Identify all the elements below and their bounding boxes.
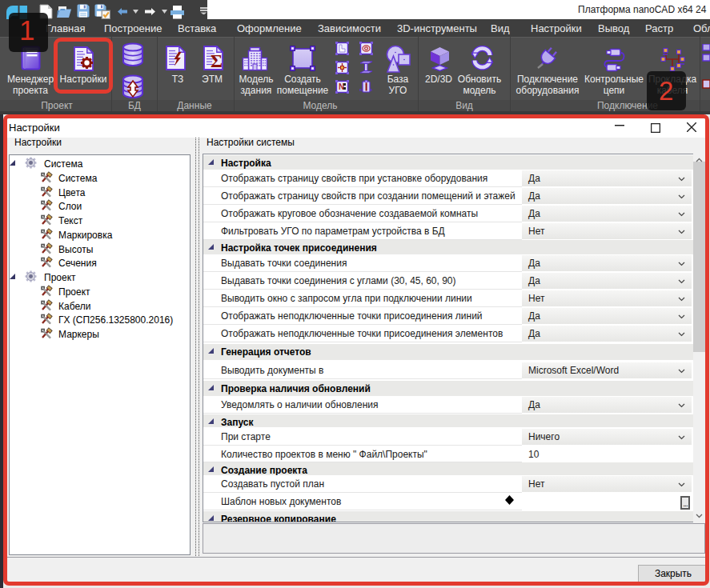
svg-text:Σ: Σ (211, 51, 223, 71)
svg-text:в: в (370, 87, 372, 92)
svg-text:в: в (359, 87, 362, 92)
